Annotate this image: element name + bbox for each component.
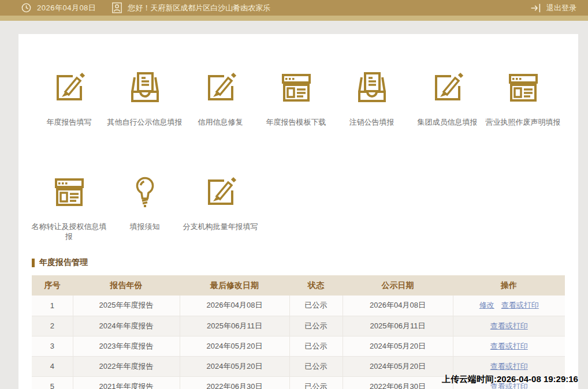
menu-item-annual-report-fill[interactable]: 年度报告填写 [31,64,107,127]
cell-last-modified: 2026年04月08日 [180,296,289,316]
cell-publish-date: 2024年05月20日 [343,356,453,376]
inbox-document-icon [126,69,163,106]
menu-item-report-template-download[interactable]: 年度报告模板下载 [258,64,334,127]
cell-publish-date: 2022年06月30日 [343,376,453,389]
edit-document-icon [202,69,239,106]
column-header-col-modified: 最后修改日期 [180,275,289,296]
menu-item-branch-batch-annual-report-fill[interactable]: 分支机构批量年报填写 [183,169,258,241]
menu-icon-wrap [202,64,240,110]
cell-last-modified: 2025年06月11日 [180,316,289,336]
cell-actions: 修改查看或打印 [453,296,565,316]
menu-icon-wrap [202,169,240,215]
cell-publish-date: 2025年06月11日 [343,316,453,336]
current-date: 2026年04月08日 [37,3,96,13]
modify-link[interactable]: 修改 [479,301,494,309]
topbar-accent-strip [0,16,588,21]
section-title-marker [32,259,35,267]
cell-status: 已公示 [289,296,343,316]
cell-status: 已公示 [289,356,343,376]
table-row: 32023年年度报告2024年05月20日已公示2024年05月20日查看或打印 [32,336,565,356]
menu-item-label: 年度报告模板下载 [266,117,326,127]
topbar-left: 2026年04月08日 您好！天府新区成都片区白沙山肴凼农家乐 [21,2,270,13]
annual-report-table: 序号报告年份最后修改日期状态公示日期操作 12025年年度报告2026年04月0… [32,275,565,389]
column-header-col-year: 报告年份 [73,275,180,296]
view-or-print-link[interactable]: 查看或打印 [490,321,528,330]
upload-time-overlay: 上传云端时间:2026-04-08 19:29:16 [442,374,578,385]
column-header-col-actions: 操作 [453,275,565,296]
menu-item-other-publicity-info-fill[interactable]: 其他自行公示信息填报 [107,64,183,127]
menu-icon-wrap [504,64,542,110]
user-icon [112,2,122,13]
menu-item-label: 信用信息修复 [198,117,243,127]
column-header-col-status: 状态 [289,275,343,296]
edit-document-icon [202,173,239,210]
menu-item-label: 年度报告填写 [47,117,92,127]
browser-list-icon [278,69,315,106]
menu-item-credit-info-repair[interactable]: 信用信息修复 [183,64,258,127]
logout-icon [530,3,541,13]
edit-document-icon [429,69,466,106]
annual-report-section: 年度报告管理 序号报告年份最后修改日期状态公示日期操作 12025年年度报告20… [32,257,565,389]
menu-icon-wrap [126,169,164,215]
menu-icon-wrap [353,64,391,110]
section-title-text: 年度报告管理 [39,257,88,268]
menu-item-label: 分支机构批量年报填写 [183,222,258,231]
menu-item-license-void-statement-fill[interactable]: 营业执照作废声明填报 [485,64,561,127]
menu-item-filling-instructions[interactable]: 填报须知 [107,169,183,241]
user-greeting: 您好！天府新区成都片区白沙山肴凼农家乐 [128,3,270,13]
menu-icon-wrap [50,64,88,110]
menu-item-label: 填报须知 [130,222,160,231]
menu-icon-wrap [277,64,315,110]
view-or-print-link[interactable]: 查看或打印 [490,362,528,371]
cell-index: 4 [32,356,73,376]
menu-item-cancellation-notice-fill[interactable]: 注销公告填报 [334,64,410,127]
table-row: 12025年年度报告2026年04月08日已公示2026年04月08日修改查看或… [32,296,565,316]
clock-icon [21,2,32,13]
logout-button[interactable]: 退出登录 [530,3,576,13]
menu-icon-wrap [50,169,88,215]
menu-item-group-member-info-fill[interactable]: 集团成员信息填报 [410,64,485,127]
menu-icon-wrap [126,64,164,110]
cell-index: 3 [32,336,73,356]
menu-item-name-transfer-authorization-fill[interactable]: 名称转让及授权信息填报 [31,169,107,241]
cell-publish-date: 2026年04月08日 [343,296,453,316]
cell-actions: 查看或打印 [453,336,565,356]
column-header-col-index: 序号 [32,275,73,296]
cell-status: 已公示 [289,336,343,356]
cell-last-modified: 2022年06月30日 [180,376,289,389]
menu-row-1: 年度报告填写 其他自行公示信息填报 信用信息修复 年度报告模板下载 [18,64,578,127]
cell-last-modified: 2024年05月20日 [180,356,289,376]
main-panel: 年度报告填写 其他自行公示信息填报 信用信息修复 年度报告模板下载 [18,34,578,389]
logout-label: 退出登录 [546,3,576,13]
menu-item-label: 其他自行公示信息填报 [107,117,183,127]
table-header-row: 序号报告年份最后修改日期状态公示日期操作 [32,275,565,296]
cell-report-year: 2022年年度报告 [73,356,180,376]
menu-item-label: 注销公告填报 [349,117,395,127]
cell-report-year: 2024年年度报告 [73,316,180,336]
table-row: 42022年年度报告2024年05月20日已公示2024年05月20日查看或打印 [32,356,565,376]
cell-report-year: 2025年年度报告 [73,296,180,316]
topbar: 2026年04月08日 您好！天府新区成都片区白沙山肴凼农家乐 退出登录 [0,0,588,16]
menu-item-label: 名称转让及授权信息填报 [31,222,107,241]
cell-index: 5 [32,376,73,389]
cell-last-modified: 2024年05月20日 [180,336,289,356]
browser-list-icon [51,173,88,210]
cell-actions: 查看或打印 [453,316,565,336]
cell-report-year: 2023年年度报告 [73,336,180,356]
menu-icon-wrap [429,64,467,110]
edit-document-icon [51,69,88,106]
cell-publish-date: 2024年05月20日 [343,336,453,356]
column-header-col-publish-date: 公示日期 [343,275,453,296]
view-or-print-link[interactable]: 查看或打印 [501,301,539,309]
cell-actions: 查看或打印 [453,356,565,376]
cell-index: 2 [32,316,73,336]
view-or-print-link[interactable]: 查看或打印 [490,342,528,350]
table-row: 22024年年度报告2025年06月11日已公示2025年06月11日查看或打印 [32,316,565,336]
cell-index: 1 [32,296,73,316]
inbox-document-icon [353,69,390,106]
menu-row-2: 名称转让及授权信息填报 填报须知 分支机构批量年报填写 [18,169,578,241]
browser-list-icon [505,69,542,106]
section-title: 年度报告管理 [32,257,565,268]
menu-item-label: 营业执照作废声明填报 [486,117,561,127]
menu-item-label: 集团成员信息填报 [418,117,478,127]
